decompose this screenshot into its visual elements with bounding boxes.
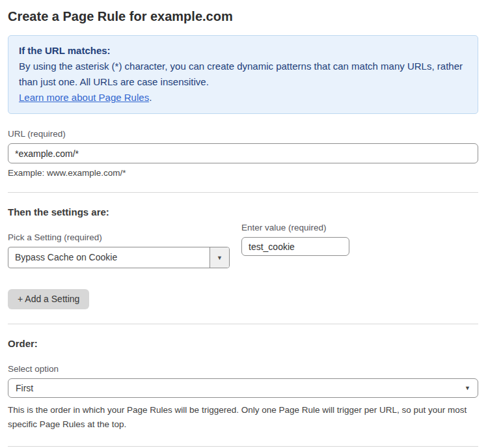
setting-select[interactable]: Bypass Cache on Cookie ▼ (8, 247, 230, 268)
page-title: Create a Page Rule for example.com (8, 9, 478, 24)
url-helper-text: Example: www.example.com/* (8, 168, 478, 178)
setting-picker-label: Pick a Setting (required) (8, 232, 230, 242)
divider (8, 192, 478, 193)
setting-value-column: Enter value (required) (241, 217, 349, 256)
url-input[interactable] (8, 143, 478, 163)
order-helper-text: This is the order in which your Page Rul… (8, 403, 478, 432)
link-suffix: . (149, 92, 152, 103)
order-select[interactable]: First ▼ (8, 378, 478, 398)
settings-row: Pick a Setting (required) Bypass Cache o… (8, 217, 478, 268)
order-select-label: Select option (8, 364, 478, 374)
divider (8, 446, 478, 447)
order-select-value: First (8, 383, 465, 393)
info-box-link-line: Learn more about Page Rules. (19, 90, 467, 105)
setting-picker-column: Pick a Setting (required) Bypass Cache o… (8, 217, 230, 268)
info-box-body: By using the asterisk (*) character, you… (19, 59, 467, 90)
chevron-down-icon: ▼ (217, 255, 223, 261)
divider (8, 324, 478, 324)
chevron-down-icon: ▼ (465, 385, 478, 391)
url-match-info-box: If the URL matches: By using the asteris… (8, 35, 478, 114)
setting-select-value: Bypass Cache on Cookie (8, 247, 210, 268)
settings-heading: Then the settings are: (8, 206, 478, 217)
setting-value-label: Enter value (required) (241, 223, 349, 232)
url-label: URL (required) (8, 129, 478, 139)
learn-more-link[interactable]: Learn more about Page Rules (19, 92, 149, 103)
info-box-heading: If the URL matches: (19, 43, 467, 59)
add-setting-button[interactable]: + Add a Setting (8, 289, 89, 309)
order-heading: Order: (8, 338, 478, 349)
setting-select-caret-button[interactable]: ▼ (210, 247, 229, 268)
setting-value-input[interactable] (241, 237, 349, 256)
